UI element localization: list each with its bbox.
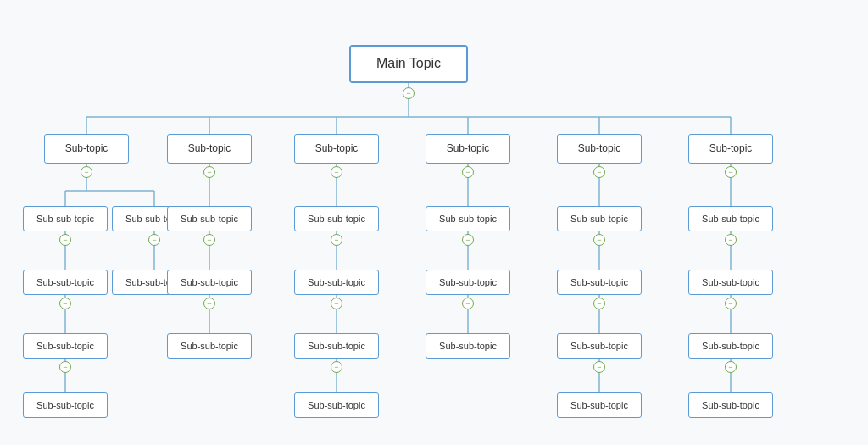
subsub-5-2-collapse[interactable]: − <box>725 361 737 373</box>
subsub-0-0a-label: Sub-sub-topic <box>36 214 94 224</box>
subsub-0-0a-collapse[interactable]: − <box>59 234 71 246</box>
subsub-0-2-node[interactable]: Sub-sub-topic <box>23 333 108 359</box>
subsub-1-1-label: Sub-sub-topic <box>181 277 238 287</box>
subsub-2-0-collapse[interactable]: − <box>331 234 342 246</box>
subsub-4-2-label: Sub-sub-topic <box>570 341 628 351</box>
subtopic-6-label: Sub-topic <box>709 142 753 154</box>
subsub-4-3-node[interactable]: Sub-sub-topic <box>557 392 642 418</box>
subsub-5-3-node[interactable]: Sub-sub-topic <box>688 392 773 418</box>
subsub-4-0-collapse[interactable]: − <box>593 234 605 246</box>
subsub-2-0-label: Sub-sub-topic <box>308 214 365 224</box>
subsub-2-3-label: Sub-sub-topic <box>308 400 365 410</box>
subsub-3-1-collapse[interactable]: − <box>462 298 474 309</box>
subsub-5-2-node[interactable]: Sub-sub-topic <box>688 333 773 359</box>
subsub-2-3-node[interactable]: Sub-sub-topic <box>294 392 379 418</box>
subsub-3-1-node[interactable]: Sub-sub-topic <box>426 270 510 295</box>
subtopic-3-label: Sub-topic <box>315 142 359 154</box>
subsub-3-0-node[interactable]: Sub-sub-topic <box>426 206 510 231</box>
mind-map-diagram: Main Topic − Sub-topic − Sub-topic − Sub… <box>10 11 858 435</box>
subsub-0-2-label: Sub-sub-topic <box>36 341 94 351</box>
main-topic-label: Main Topic <box>376 56 441 71</box>
subsub-4-3-label: Sub-sub-topic <box>570 400 628 410</box>
subtopic-4-collapse[interactable]: − <box>462 166 474 178</box>
subsub-5-0-label: Sub-sub-topic <box>702 214 760 224</box>
subsub-3-0-label: Sub-sub-topic <box>439 214 497 224</box>
subsub-4-1-label: Sub-sub-topic <box>570 277 628 287</box>
subsub-5-1-node[interactable]: Sub-sub-topic <box>688 270 773 295</box>
main-topic-node[interactable]: Main Topic <box>349 45 468 83</box>
subsub-3-2-node[interactable]: Sub-sub-topic <box>426 333 510 359</box>
subsub-1-0-node[interactable]: Sub-sub-topic <box>167 206 252 231</box>
subsub-0-1a-node[interactable]: Sub-sub-topic <box>23 270 108 295</box>
subsub-5-1-label: Sub-sub-topic <box>702 277 760 287</box>
subsub-0-0a-node[interactable]: Sub-sub-topic <box>23 206 108 231</box>
subsub-2-2-label: Sub-sub-topic <box>308 341 365 351</box>
subsub-5-2-label: Sub-sub-topic <box>702 341 760 351</box>
subsub-2-2-collapse[interactable]: − <box>331 361 342 373</box>
subsub-4-1-collapse[interactable]: − <box>593 298 605 309</box>
subtopic-1-label: Sub-topic <box>65 142 108 154</box>
subsub-2-1-label: Sub-sub-topic <box>308 277 365 287</box>
subsub-1-0-label: Sub-sub-topic <box>181 214 238 224</box>
subsub-1-1-node[interactable]: Sub-sub-topic <box>167 270 252 295</box>
subsub-5-3-label: Sub-sub-topic <box>702 400 760 410</box>
subtopic-2-label: Sub-topic <box>188 142 231 154</box>
subsub-0-3-label: Sub-sub-topic <box>36 400 94 410</box>
subsub-1-2-label: Sub-sub-topic <box>181 341 238 351</box>
subtopic-4-label: Sub-topic <box>447 142 490 154</box>
subsub-5-0-node[interactable]: Sub-sub-topic <box>688 206 773 231</box>
subtopic-6-node[interactable]: Sub-topic <box>688 134 773 164</box>
subtopic-6-collapse[interactable]: − <box>725 166 737 178</box>
subsub-1-2-node[interactable]: Sub-sub-topic <box>167 333 252 359</box>
subsub-4-0-label: Sub-sub-topic <box>570 214 628 224</box>
subtopic-3-collapse[interactable]: − <box>331 166 342 178</box>
subtopic-4-node[interactable]: Sub-topic <box>426 134 510 164</box>
subtopic-2-node[interactable]: Sub-topic <box>167 134 252 164</box>
subsub-3-1-label: Sub-sub-topic <box>439 277 497 287</box>
subsub-1-0-collapse[interactable]: − <box>203 234 215 246</box>
subsub-3-0-collapse[interactable]: − <box>462 234 474 246</box>
subsub-4-2-collapse[interactable]: − <box>593 361 605 373</box>
subsub-1-1-collapse[interactable]: − <box>203 298 215 309</box>
subtopic-2-collapse[interactable]: − <box>203 166 215 178</box>
subsub-5-1-collapse[interactable]: − <box>725 298 737 309</box>
subsub-2-1-node[interactable]: Sub-sub-topic <box>294 270 379 295</box>
subtopic-1-collapse[interactable]: − <box>81 166 92 178</box>
subsub-2-1-collapse[interactable]: − <box>331 298 342 309</box>
subsub-2-2-node[interactable]: Sub-sub-topic <box>294 333 379 359</box>
subsub-5-0-collapse[interactable]: − <box>725 234 737 246</box>
subsub-0-0b-collapse[interactable]: − <box>148 234 160 246</box>
subtopic-5-label: Sub-topic <box>578 142 621 154</box>
main-collapse-btn[interactable]: − <box>403 87 415 99</box>
subsub-0-3-node[interactable]: Sub-sub-topic <box>23 392 108 418</box>
subtopic-5-node[interactable]: Sub-topic <box>557 134 642 164</box>
subtopic-5-collapse[interactable]: − <box>593 166 605 178</box>
subsub-4-2-node[interactable]: Sub-sub-topic <box>557 333 642 359</box>
subsub-3-2-label: Sub-sub-topic <box>439 341 497 351</box>
subsub-0-1a-label: Sub-sub-topic <box>36 277 94 287</box>
subsub-2-0-node[interactable]: Sub-sub-topic <box>294 206 379 231</box>
subsub-4-1-node[interactable]: Sub-sub-topic <box>557 270 642 295</box>
subsub-0-1a-collapse[interactable]: − <box>59 298 71 309</box>
subtopic-1-node[interactable]: Sub-topic <box>44 134 129 164</box>
subsub-0-2-collapse[interactable]: − <box>59 361 71 373</box>
subsub-4-0-node[interactable]: Sub-sub-topic <box>557 206 642 231</box>
subtopic-3-node[interactable]: Sub-topic <box>294 134 379 164</box>
